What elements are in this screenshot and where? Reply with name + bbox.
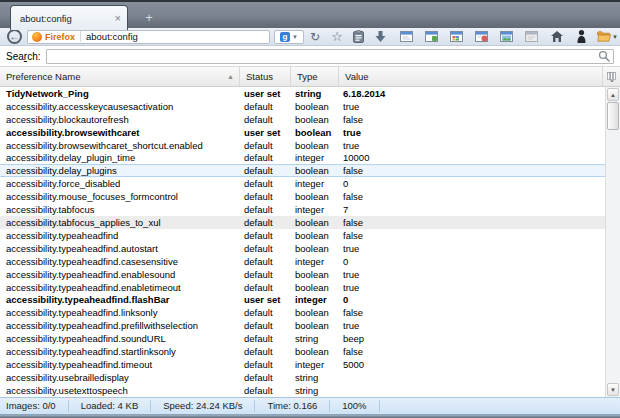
pref-type: boolean xyxy=(291,269,339,280)
column-picker-button[interactable] xyxy=(603,67,620,86)
table-row[interactable]: accessibility.typeaheadfind.linksonly de… xyxy=(0,306,605,319)
table-row[interactable]: accessibility.mouse_focuses_formcontrol … xyxy=(0,190,605,203)
pref-name: accessibility.typeaheadfind.startlinkson… xyxy=(0,346,240,357)
table-row[interactable]: accessibility.usebrailledisplay default … xyxy=(0,371,605,384)
table-row[interactable]: accessibility.typeaheadfind.prefillwiths… xyxy=(0,319,605,332)
table-row[interactable]: accessibility.typeaheadfind.casesensitiv… xyxy=(0,255,605,268)
clipboard-icon xyxy=(353,30,364,43)
pref-name: accessibility.blockautorefresh xyxy=(0,114,240,125)
bookmark-star-button[interactable]: ☆ xyxy=(329,29,345,45)
pref-name: accessibility.typeaheadfind.soundURL xyxy=(0,333,240,344)
table-row[interactable]: accessibility.browsewithcaret user set b… xyxy=(0,126,605,139)
tab-about-config[interactable]: about:config × xyxy=(10,5,128,30)
scrollbar-thumb[interactable] xyxy=(607,102,619,130)
identity-divider xyxy=(80,31,81,42)
table-row[interactable]: accessibility.tabfocus default integer 7 xyxy=(0,203,605,216)
pref-name: accessibility.typeaheadfind.casesensitiv… xyxy=(0,256,240,267)
extension-window-icon-5 xyxy=(500,31,513,42)
table-row[interactable]: accessibility.usetexttospeech default st… xyxy=(0,384,605,397)
pref-status: default xyxy=(240,178,291,189)
history-folder-button[interactable]: ▼ xyxy=(597,29,618,45)
column-header-value[interactable]: Value xyxy=(339,67,603,86)
table-row[interactable]: accessibility.browsewithcaret_shortcut.e… xyxy=(0,139,605,152)
search-engine-icon[interactable]: g xyxy=(280,32,290,42)
pref-type: boolean xyxy=(291,346,339,357)
pref-status: default xyxy=(240,385,291,396)
folder-icon xyxy=(597,31,611,42)
search-bar[interactable]: g ▼ xyxy=(274,30,304,44)
search-magnifier-icon xyxy=(598,50,610,62)
pref-type: integer xyxy=(291,178,339,189)
table-row[interactable]: accessibility.delay_plugins default bool… xyxy=(0,164,605,177)
extension-button-4[interactable] xyxy=(473,29,489,45)
table-row[interactable]: accessibility.typeaheadfind default bool… xyxy=(0,229,605,242)
table-row[interactable]: accessibility.typeaheadfind.timeout defa… xyxy=(0,358,605,371)
table-row[interactable]: accessibility.typeaheadfind.enablesound … xyxy=(0,268,605,281)
bookmarks-menu-button[interactable] xyxy=(350,29,366,45)
pref-value: true xyxy=(339,269,605,280)
extension-button-6[interactable] xyxy=(523,29,539,45)
folder-dropdown-icon[interactable]: ▼ xyxy=(612,34,618,40)
pref-name: accessibility.force_disabled xyxy=(0,178,240,189)
extension-window-icon-1 xyxy=(400,31,413,42)
back-button[interactable]: ← xyxy=(7,29,22,44)
pref-status: default xyxy=(240,230,291,241)
pref-status: default xyxy=(240,359,291,370)
extension-button-1[interactable] xyxy=(398,29,414,45)
pref-status: default xyxy=(240,256,291,267)
pref-type: string xyxy=(291,372,339,383)
extension-button-5[interactable] xyxy=(498,29,514,45)
reload-button[interactable]: ↻ xyxy=(307,29,323,45)
pref-status: default xyxy=(240,114,291,125)
search-engine-dropdown-icon[interactable]: ▼ xyxy=(292,34,298,40)
pref-value: true xyxy=(339,127,605,138)
table-row[interactable]: accessibility.accesskeycausesactivation … xyxy=(0,100,605,113)
table-row[interactable]: accessibility.force_disabled default int… xyxy=(0,177,605,190)
pref-type: boolean xyxy=(291,114,339,125)
scroll-down-button[interactable]: ▼ xyxy=(607,383,619,396)
new-tab-button[interactable]: + xyxy=(138,9,160,27)
table-row[interactable]: accessibility.tabfocus_applies_to_xul de… xyxy=(0,216,605,229)
profile-button[interactable] xyxy=(573,29,589,45)
table-row[interactable]: accessibility.typeaheadfind.enabletimeou… xyxy=(0,281,605,294)
identity-label[interactable]: Firefox xyxy=(45,32,75,42)
column-header-preference-name[interactable]: Preference Name ▲ xyxy=(0,67,240,86)
pref-status: default xyxy=(240,372,291,383)
pref-type: boolean xyxy=(291,243,339,254)
table-row[interactable]: accessibility.delay_plugin_time default … xyxy=(0,152,605,165)
pref-value: true xyxy=(339,140,605,151)
downloads-button[interactable] xyxy=(372,29,388,45)
table-row[interactable]: TidyNetwork_Ping user set string 6.18.20… xyxy=(0,87,605,100)
pref-value: 6.18.2014 xyxy=(339,88,605,99)
pref-value: 0 xyxy=(339,256,605,267)
vertical-scrollbar[interactable]: ▲ ▼ xyxy=(605,87,620,397)
column-header-type[interactable]: Type xyxy=(291,67,339,86)
table-row[interactable]: accessibility.typeaheadfind.autostart de… xyxy=(0,242,605,255)
pref-value: true xyxy=(339,243,605,254)
pref-name: accessibility.tabfocus_applies_to_xul xyxy=(0,217,240,228)
pref-value: 7 xyxy=(339,204,605,215)
extension-window-icon-6 xyxy=(525,31,538,42)
table-row[interactable]: accessibility.typeaheadfind.soundURL def… xyxy=(0,332,605,345)
extension-button-3[interactable] xyxy=(448,29,464,45)
pref-type: boolean xyxy=(291,217,339,228)
pref-status: default xyxy=(240,101,291,112)
table-row[interactable]: accessibility.typeaheadfind.flashBar use… xyxy=(0,294,605,307)
scroll-up-button[interactable]: ▲ xyxy=(607,88,619,101)
column-header-status[interactable]: Status xyxy=(240,67,291,86)
url-bar[interactable]: Firefox about:config xyxy=(27,30,270,44)
pref-name: accessibility.typeaheadfind xyxy=(0,230,240,241)
statusbar-segment: 100% xyxy=(330,400,379,412)
tab-close-icon[interactable]: × xyxy=(115,13,121,24)
url-text[interactable]: about:config xyxy=(86,31,138,42)
extension-button-2[interactable] xyxy=(423,29,439,45)
pref-name: TidyNetwork_Ping xyxy=(0,88,240,99)
pref-status: user set xyxy=(240,294,291,305)
table-row[interactable]: accessibility.blockautorefresh default b… xyxy=(0,113,605,126)
home-button[interactable] xyxy=(549,29,565,45)
search-input[interactable] xyxy=(46,49,614,64)
download-arrow-icon xyxy=(375,31,386,43)
table-row[interactable]: accessibility.typeaheadfind.startlinkson… xyxy=(0,345,605,358)
pref-status: default xyxy=(240,217,291,228)
reload-icon: ↻ xyxy=(310,31,320,43)
